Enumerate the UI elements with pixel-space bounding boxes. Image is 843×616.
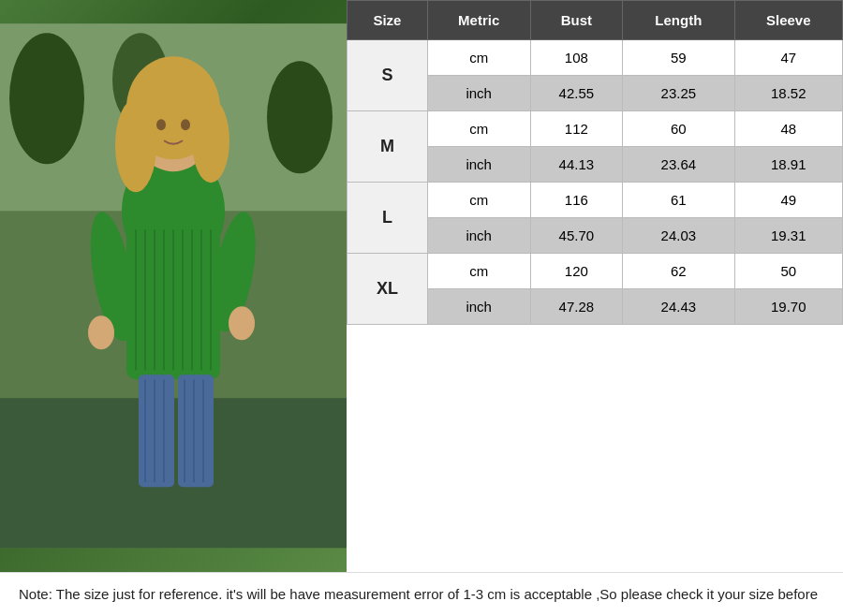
svg-point-2: [9, 33, 84, 164]
svg-point-11: [192, 98, 229, 183]
sleeve-xl-cm: 50: [734, 254, 842, 289]
svg-rect-28: [139, 374, 174, 487]
svg-point-10: [115, 98, 156, 192]
table-header-row: Size Metric Bust Length Sleeve: [348, 1, 843, 40]
sleeve-m-inch: 18.91: [734, 147, 842, 183]
length-xl-cm: 62: [623, 254, 735, 289]
svg-point-27: [229, 306, 255, 340]
length-l-inch: 24.03: [623, 218, 735, 254]
table-row: M cm 112 60 48: [348, 111, 843, 147]
table-row: S cm 108 59 47: [348, 40, 843, 76]
bust-l-cm: 116: [530, 183, 623, 218]
length-m-cm: 60: [623, 111, 735, 147]
sleeve-s-inch: 18.52: [734, 76, 842, 111]
metric-xl-inch: inch: [427, 289, 530, 325]
note-section: Note: The size just for reference. it's …: [0, 572, 843, 617]
sleeve-xl-inch: 19.70: [734, 289, 842, 325]
length-m-inch: 23.64: [623, 147, 735, 183]
sleeve-l-cm: 49: [734, 183, 842, 218]
col-sleeve: Sleeve: [734, 1, 842, 40]
bust-l-inch: 45.70: [530, 218, 623, 254]
col-metric: Metric: [427, 1, 530, 40]
size-label-s: S: [348, 40, 428, 111]
bust-s-inch: 42.55: [530, 76, 623, 111]
size-table-section: Size Metric Bust Length Sleeve S cm 108 …: [347, 0, 843, 572]
metric-m-inch: inch: [427, 147, 530, 183]
col-length: Length: [623, 1, 735, 40]
size-table: Size Metric Bust Length Sleeve S cm 108 …: [347, 0, 843, 325]
metric-l-cm: cm: [427, 183, 530, 218]
metric-xl-cm: cm: [427, 254, 530, 289]
bust-xl-cm: 120: [530, 254, 623, 289]
metric-s-cm: cm: [427, 40, 530, 76]
svg-rect-29: [178, 374, 214, 487]
bust-m-inch: 44.13: [530, 147, 623, 183]
sleeve-m-cm: 48: [734, 111, 842, 147]
size-label-m: M: [348, 111, 428, 183]
sleeve-l-inch: 19.31: [734, 218, 842, 254]
product-image: [0, 0, 347, 572]
bust-xl-inch: 47.28: [530, 289, 623, 325]
main-container: Size Metric Bust Length Sleeve S cm 108 …: [0, 0, 843, 616]
svg-point-12: [156, 119, 166, 130]
top-section: Size Metric Bust Length Sleeve S cm 108 …: [0, 0, 843, 572]
length-s-inch: 23.25: [623, 76, 735, 111]
bust-s-cm: 108: [530, 40, 623, 76]
col-bust: Bust: [530, 1, 623, 40]
svg-point-3: [267, 61, 333, 173]
size-label-xl: XL: [348, 254, 428, 325]
length-l-cm: 61: [623, 183, 735, 218]
length-xl-inch: 24.43: [623, 289, 735, 325]
metric-l-inch: inch: [427, 218, 530, 254]
bust-m-cm: 112: [530, 111, 623, 147]
svg-point-13: [181, 119, 190, 130]
table-row: L cm 116 61 49: [348, 183, 843, 218]
metric-s-inch: inch: [427, 76, 530, 111]
length-s-cm: 59: [623, 40, 735, 76]
table-row: XL cm 120 62 50: [348, 254, 843, 289]
metric-m-cm: cm: [427, 111, 530, 147]
sleeve-s-cm: 47: [734, 40, 842, 76]
svg-point-26: [88, 315, 114, 349]
col-size: Size: [348, 1, 428, 40]
size-label-l: L: [348, 183, 428, 254]
note-text: Note: The size just for reference. it's …: [19, 586, 818, 602]
